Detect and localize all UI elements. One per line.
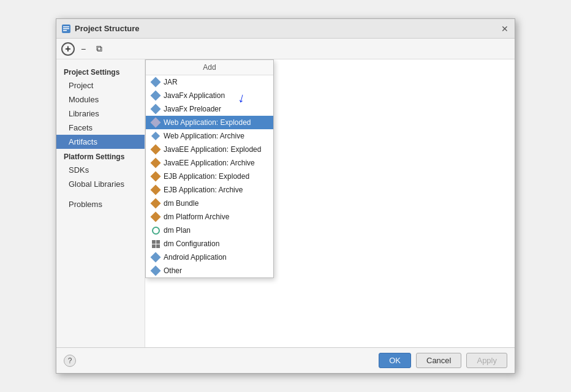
dm-config-icon — [151, 239, 161, 249]
javafx-preloader-icon — [151, 104, 161, 114]
web-app-exploded-icon — [151, 118, 161, 127]
javaee-archive-icon — [151, 158, 161, 168]
web-app-exploded-label: Web Application: Exploded — [164, 118, 251, 127]
dropdown-item-javafx-app[interactable]: JavaFx Application — [146, 89, 273, 102]
sidebar-item-global-libraries[interactable]: Global Libraries — [56, 177, 145, 191]
platform-settings-heading: Platform Settings — [56, 149, 145, 163]
apply-button[interactable]: Apply — [466, 353, 507, 368]
dm-plan-label: dm Plan — [164, 226, 191, 235]
ejb-exploded-label: EJB Application: Exploded — [164, 172, 249, 181]
dm-plan-icon — [151, 225, 161, 235]
web-app-archive-icon — [151, 131, 161, 141]
dropdown-item-dm-plan[interactable]: dm Plan — [146, 224, 273, 237]
footer-left: ? — [64, 355, 76, 367]
dropdown-item-web-app-archive[interactable]: Web Application: Archive — [146, 129, 273, 143]
jar-icon — [151, 77, 161, 87]
web-app-archive-label: Web Application: Archive — [164, 132, 244, 140]
javaee-exploded-label: JavaEE Application: Exploded — [164, 145, 261, 154]
sidebar: Project Settings Project Modules Librari… — [56, 59, 145, 347]
footer-right: OK Cancel Apply — [379, 353, 507, 368]
sidebar-item-libraries[interactable]: Libraries — [56, 107, 145, 121]
cancel-button[interactable]: Cancel — [416, 353, 461, 368]
javafx-preloader-label: JavaFx Preloader — [164, 105, 221, 113]
other-icon — [151, 266, 161, 276]
dm-bundle-icon — [151, 198, 161, 208]
project-structure-dialog: Project Structure ✕ + − ⧉ Project Settin… — [56, 18, 515, 374]
dm-platform-icon — [151, 212, 161, 222]
sidebar-item-problems[interactable]: Problems — [56, 197, 145, 211]
dialog-title: Project Structure — [75, 24, 496, 33]
dropdown-item-web-app-exploded[interactable]: Web Application: Exploded — [146, 116, 273, 129]
android-icon — [151, 252, 161, 262]
dropdown-item-dm-bundle[interactable]: dm Bundle — [146, 197, 273, 210]
copy-button[interactable]: ⧉ — [92, 42, 107, 56]
dm-bundle-label: dm Bundle — [164, 199, 199, 208]
dropdown-item-dm-platform-archive[interactable]: dm Platform Archive — [146, 210, 273, 224]
close-button[interactable]: ✕ — [500, 24, 510, 34]
project-settings-heading: Project Settings — [56, 64, 145, 78]
jar-label: JAR — [164, 78, 178, 86]
javafx-app-icon — [151, 91, 161, 100]
sidebar-item-sdks[interactable]: SDKs — [56, 163, 145, 177]
toolbar: + − ⧉ — [56, 39, 515, 59]
dropdown-item-javaee-exploded[interactable]: JavaEE Application: Exploded — [146, 143, 273, 156]
remove-button[interactable]: − — [76, 42, 91, 56]
svg-rect-3 — [63, 30, 67, 31]
add-button[interactable]: + — [61, 42, 75, 56]
javaee-exploded-icon — [151, 145, 161, 154]
sidebar-item-project[interactable]: Project — [56, 78, 145, 92]
dropdown-item-other[interactable]: Other — [146, 264, 273, 277]
dm-platform-label: dm Platform Archive — [164, 213, 229, 221]
dropdown-item-ejb-exploded[interactable]: EJB Application: Exploded — [146, 170, 273, 183]
dropdown-item-javafx-preloader[interactable]: JavaFx Preloader — [146, 102, 273, 116]
sidebar-item-facets[interactable]: Facets — [56, 121, 145, 135]
main-content: Project Settings Project Modules Librari… — [56, 59, 515, 347]
dropdown-header: Add — [146, 60, 273, 75]
dialog-icon — [61, 24, 71, 34]
add-dropdown-menu: Add JAR JavaFx Application JavaFx Preloa… — [145, 59, 274, 278]
javaee-archive-label: JavaEE Application: Archive — [164, 159, 255, 167]
footer: ? OK Cancel Apply — [56, 347, 515, 373]
javafx-app-label: JavaFx Application — [164, 91, 225, 100]
dm-config-label: dm Configuration — [164, 239, 219, 248]
other-label: Other — [164, 266, 182, 275]
dropdown-item-android-application[interactable]: Android Application — [146, 251, 273, 264]
help-button[interactable]: ? — [64, 355, 76, 367]
sidebar-item-modules[interactable]: Modules — [56, 92, 145, 107]
ejb-archive-label: EJB Application: Archive — [164, 186, 243, 194]
ejb-exploded-icon — [151, 172, 161, 181]
sidebar-item-artifacts[interactable]: Artifacts — [56, 135, 145, 149]
ejb-archive-icon — [151, 185, 161, 195]
content-area: Add JAR JavaFx Application JavaFx Preloa… — [145, 59, 515, 347]
ok-button[interactable]: OK — [379, 353, 411, 368]
svg-rect-1 — [63, 26, 69, 28]
dropdown-item-ejb-archive[interactable]: EJB Application: Archive — [146, 183, 273, 197]
dropdown-item-javaee-archive[interactable]: JavaEE Application: Archive — [146, 156, 273, 170]
dropdown-item-jar[interactable]: JAR — [146, 75, 273, 89]
android-label: Android Application — [164, 253, 227, 262]
dropdown-item-dm-configuration[interactable]: dm Configuration — [146, 237, 273, 251]
title-bar: Project Structure ✕ — [56, 19, 515, 39]
svg-rect-2 — [63, 28, 69, 29]
